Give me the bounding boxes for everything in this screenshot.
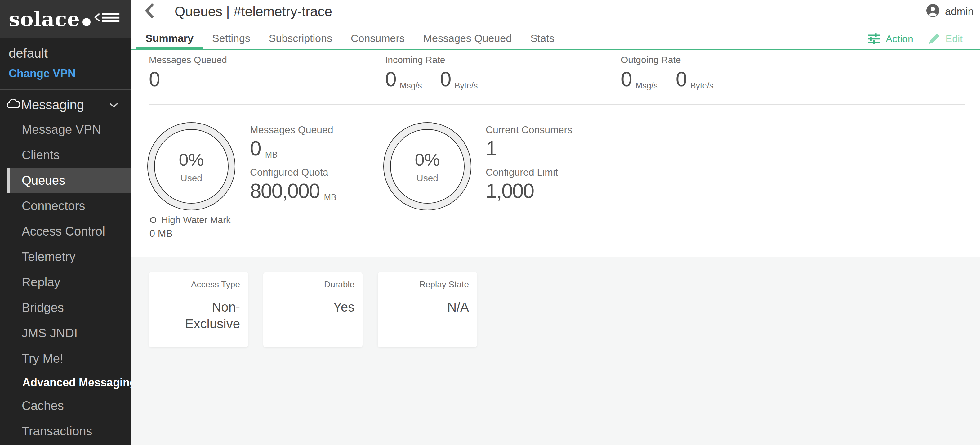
sidebar-item-transactions[interactable]: Transactions [0, 418, 130, 444]
card-value: Non-Exclusive [157, 299, 240, 332]
metric-value: 800,000 [250, 180, 320, 201]
chevron-down-icon [109, 102, 118, 108]
stat-incoming-rate: Incoming Rate 0 Msg/s 0 Byte/s [385, 54, 477, 89]
sidebar-item-bridges[interactable]: Bridges [0, 295, 130, 320]
sidebar-item-try-me[interactable]: Try Me! [0, 346, 130, 371]
stat-label: Outgoing Rate [621, 54, 713, 65]
gauge-percent: 0% [415, 150, 440, 170]
tab-bar: Summary Settings Subscriptions Consumers… [136, 29, 564, 49]
sidebar-section-messaging[interactable]: Messaging [0, 95, 130, 115]
logo-band: solace [0, 0, 130, 38]
metric-label: Configured Quota [250, 167, 336, 178]
sidebar-item-access-control[interactable]: Access Control [0, 219, 130, 244]
gauge-used-label: Used [180, 173, 202, 183]
solace-logo: solace [9, 8, 91, 31]
metric-label: Messages Queued [250, 124, 336, 136]
metric-unit: MB [324, 193, 337, 203]
sidebar-item-jms-jndi[interactable]: JMS JNDI [0, 320, 130, 346]
metric-label: Configured Limit [486, 167, 572, 178]
access-type-card: Access Type Non-Exclusive [149, 272, 248, 347]
sidebar-item-message-vpn[interactable]: Message VPN [0, 117, 130, 142]
user-divider [916, 0, 916, 23]
stat-label: Incoming Rate [385, 54, 477, 65]
consumers-metrics: Current Consumers 1 Configured Limit 1,0… [486, 124, 572, 209]
stat-messages-queued: Messages Queued 0 [149, 54, 227, 89]
card-value: N/A [386, 299, 469, 316]
stat-unit: Msg/s [400, 81, 422, 91]
high-water-mark-icon [150, 217, 156, 223]
stat-unit: Byte/s [454, 81, 477, 91]
pencil-icon [928, 32, 940, 45]
consumers-usage-gauge: 0% Used [383, 122, 472, 211]
sidebar-item-queues[interactable]: Queues [7, 167, 130, 193]
collapse-sidebar-button[interactable] [94, 9, 121, 26]
gauge-percent: 0% [179, 150, 204, 170]
sidebar-item-caches[interactable]: Caches [0, 393, 130, 418]
edit-button-label: Edit [946, 33, 963, 45]
spool-metrics: Messages Queued 0 MB Configured Quota 80… [250, 124, 336, 209]
metric-unit: MB [265, 150, 278, 160]
tab-messages-queued[interactable]: Messages Queued [414, 29, 521, 49]
sidebar-item-clients[interactable]: Clients [0, 142, 130, 167]
solace-logo-text: solace [9, 8, 80, 31]
replay-state-card: Replay State N/A [378, 272, 477, 347]
user-name: admin [945, 5, 974, 18]
stat-outgoing-rate: Outgoing Rate 0 Msg/s 0 Byte/s [621, 54, 713, 89]
high-water-mark-label: High Water Mark [161, 215, 231, 225]
stat-value: 0 [440, 69, 451, 89]
card-value: Yes [271, 299, 355, 316]
toolbar: Action Edit [867, 29, 963, 49]
metric-value: 0 [250, 138, 261, 159]
sidebar: solace default Change VPN Messaging [0, 0, 130, 445]
metric-value: 1 [486, 138, 496, 159]
tab-stats[interactable]: Stats [521, 29, 563, 49]
action-button[interactable]: Action [867, 33, 913, 45]
properties-section: Access Type Non-Exclusive Durable Yes Re… [130, 257, 980, 445]
title-divider [165, 3, 165, 22]
sliders-icon [867, 33, 881, 45]
main-content: Queues | #telemetry-trace admin Summary … [130, 0, 980, 445]
card-label: Durable [271, 279, 355, 290]
current-vpn-name: default [9, 46, 48, 61]
tab-consumers[interactable]: Consumers [342, 29, 414, 49]
spool-usage-gauge: 0% Used [147, 122, 236, 211]
stat-unit: Byte/s [690, 81, 713, 91]
back-button[interactable] [142, 1, 158, 21]
sidebar-item-telemetry[interactable]: Telemetry [0, 244, 130, 270]
stats-divider [149, 104, 966, 105]
gauge-used-label: Used [417, 173, 438, 183]
sidebar-divider [0, 89, 130, 90]
sidebar-section-advanced-messaging: Advanced Messaging [0, 373, 130, 392]
tab-subscriptions[interactable]: Subscriptions [259, 29, 342, 49]
edit-button[interactable]: Edit [928, 32, 963, 45]
user-avatar-icon[interactable] [926, 4, 939, 17]
stat-unit: Msg/s [635, 81, 658, 91]
stat-label: Messages Queued [149, 54, 227, 65]
card-label: Access Type [157, 279, 240, 290]
page-title: Queues | #telemetry-trace [175, 4, 332, 19]
page-header: Queues | #telemetry-trace admin Summary … [130, 0, 980, 50]
sidebar-item-connectors[interactable]: Connectors [0, 193, 130, 219]
metric-value: 1,000 [486, 180, 534, 201]
solace-logo-dot-icon [83, 18, 91, 26]
high-water-mark: High Water Mark [150, 215, 231, 225]
stat-value: 0 [149, 69, 160, 89]
metric-label: Current Consumers [486, 124, 572, 136]
sidebar-section-label: Messaging [21, 97, 84, 112]
durable-card: Durable Yes [263, 272, 363, 347]
stat-value: 0 [621, 69, 632, 89]
chevron-left-icon [143, 2, 156, 19]
collapse-menu-icon [94, 11, 121, 24]
card-label: Replay State [386, 279, 469, 290]
tab-summary[interactable]: Summary [136, 29, 203, 49]
tab-settings[interactable]: Settings [203, 29, 259, 49]
cloud-icon [6, 99, 21, 109]
stat-value: 0 [385, 69, 396, 89]
action-button-label: Action [886, 33, 913, 45]
sidebar-item-replay[interactable]: Replay [0, 270, 130, 295]
change-vpn-link[interactable]: Change VPN [9, 67, 76, 80]
stat-value: 0 [676, 69, 687, 89]
high-water-mark-value: 0 MB [150, 228, 173, 239]
